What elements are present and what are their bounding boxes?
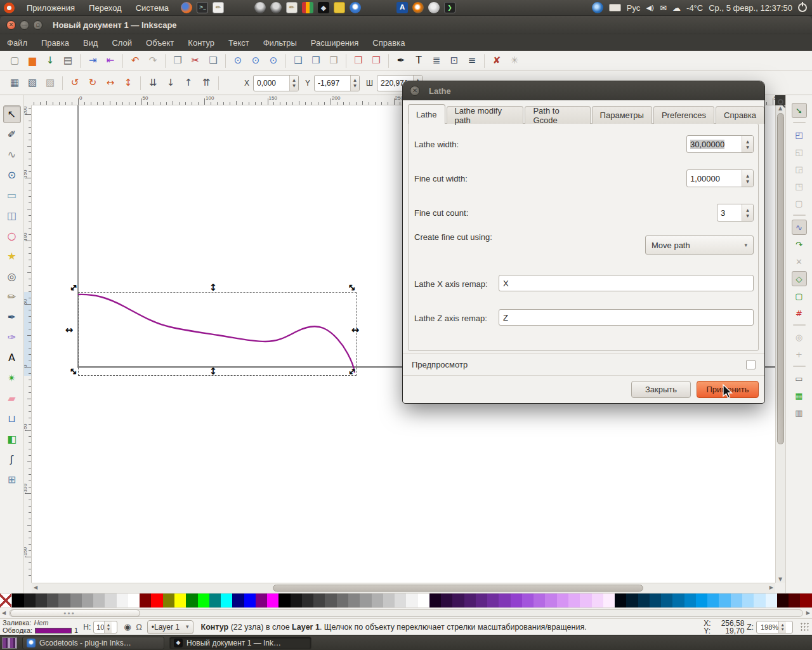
palette-swatch[interactable] [325, 594, 336, 607]
palette-swatch[interactable] [452, 594, 464, 607]
files-icon[interactable] [302, 2, 313, 13]
zoom-spinner[interactable]: ▲▼ [778, 621, 786, 633]
raise-to-top-button[interactable]: ⇈ [198, 75, 214, 91]
stroke-width-value[interactable]: 1 [74, 627, 78, 634]
snap-enable-button[interactable]: ➘ [792, 103, 807, 118]
palette-swatch[interactable] [372, 594, 383, 607]
stroke-color-swatch[interactable] [35, 628, 72, 633]
palette-swatch[interactable] [140, 594, 151, 607]
palette-swatch[interactable] [568, 594, 580, 607]
opacity-spinner[interactable]: ▲▼ [104, 621, 112, 633]
print-button[interactable]: ▤ [60, 53, 76, 69]
task-inkscape-document[interactable]: ◆ Новый документ 1 — Ink… [169, 637, 311, 649]
handle-n[interactable]: ↕ [208, 282, 218, 293]
palette-swatch[interactable] [719, 594, 730, 607]
palette-swatch[interactable] [348, 594, 360, 607]
preview-checkbox[interactable] [746, 360, 756, 369]
palette-swatch[interactable] [406, 594, 417, 607]
calligraphy-tool[interactable]: ✑ [3, 329, 21, 347]
ubuntu-logo-icon[interactable] [4, 3, 15, 13]
scroll-up-arrow[interactable]: ▲ [778, 106, 782, 111]
zoom-field[interactable]: 198% ▲▼ [756, 621, 793, 633]
scroll-down-arrow[interactable]: ▼ [778, 577, 782, 582]
snap-nodes-button[interactable]: ∿ [792, 220, 807, 235]
keyboard-layout-label[interactable]: Рус [627, 3, 641, 13]
window-titlebar[interactable]: ✕ — ▫ Новый документ 1 — Inkscape [0, 16, 812, 34]
lathe-x-remap-field[interactable]: X [499, 275, 754, 291]
fine-cut-width-spinner[interactable]: ▲▼ [742, 170, 753, 187]
tweak-tool[interactable]: ∿ [3, 146, 21, 164]
palette-swatch[interactable] [278, 594, 290, 607]
resize-grip[interactable] [801, 623, 809, 632]
horizontal-scrollbar-thumb[interactable] [273, 585, 643, 592]
new-document-button[interactable]: ▢ [6, 53, 23, 69]
palette-swatch[interactable] [777, 594, 789, 607]
scroll-left-arrow[interactable]: ◀ [34, 585, 37, 590]
fine-cut-count-field[interactable]: 3 ▲▼ [717, 204, 754, 222]
x-spinner[interactable]: ▲▼ [289, 76, 298, 91]
palette-swatch[interactable] [696, 594, 707, 607]
palette-swatch[interactable] [105, 594, 116, 607]
dialog-close-button[interactable]: ✕ [410, 86, 420, 96]
preferences-button[interactable]: ✘ [488, 53, 505, 69]
palette-swatch[interactable] [383, 594, 395, 607]
lathe-width-field[interactable]: 30,00000 ▲▼ [686, 135, 754, 153]
spray-tool[interactable]: ✴ [3, 369, 21, 387]
vertical-scrollbar-thumb[interactable] [777, 113, 784, 444]
palette-swatch[interactable] [684, 594, 696, 607]
snap-page-border-button[interactable]: ▭ [792, 371, 807, 386]
palette-swatch[interactable] [82, 594, 93, 607]
palette-swatch[interactable] [174, 594, 186, 607]
palette-scrollbar[interactable]: ◀ ●●● ▶ [0, 607, 812, 618]
palette-swatch[interactable] [117, 594, 128, 607]
tab-parameters[interactable]: Параметры [592, 106, 652, 124]
palette-swatch[interactable] [742, 594, 754, 607]
tab-preferences[interactable]: Preferences [653, 106, 714, 124]
handle-w[interactable]: ↔ [64, 325, 74, 335]
horizontal-scrollbar[interactable]: ◀ ▶ [32, 583, 775, 593]
xml-editor-button[interactable]: ⊡ [446, 53, 462, 69]
tab-lathe-modify-path[interactable]: Lathe modify path [447, 106, 524, 124]
palette-swatch[interactable] [232, 594, 244, 607]
menu-filters[interactable]: Фильтры [256, 34, 304, 51]
power-icon[interactable] [798, 3, 807, 12]
snap-object-centers-button[interactable]: ◎ [792, 329, 807, 345]
palette-scroll-right[interactable]: ▶ [806, 611, 810, 616]
palette-swatch[interactable] [313, 594, 325, 607]
tab-lathe[interactable]: Lathe [408, 104, 445, 124]
paste-button[interactable]: ❏ [205, 53, 221, 69]
snap-intersections-button[interactable]: ✕ [792, 254, 807, 269]
menu-view[interactable]: Вид [76, 34, 105, 51]
palette-swatch[interactable] [464, 594, 476, 607]
select-all-layers-button[interactable]: ▧ [24, 75, 41, 91]
shell-icon[interactable]: ❯ [444, 2, 455, 13]
text-dialog-button[interactable]: T [410, 53, 427, 69]
palette-scroll-left[interactable]: ◀ [2, 611, 6, 616]
fill-value[interactable]: Нет [34, 620, 48, 627]
palette-swatch[interactable] [429, 594, 441, 607]
palette-swatch[interactable] [360, 594, 371, 607]
unlink-clone-button[interactable]: ❒ [325, 53, 342, 69]
snap-bbox-button[interactable]: ◰ [792, 127, 807, 142]
palette-swatch[interactable] [638, 594, 650, 607]
palette-swatch[interactable] [58, 594, 70, 607]
dropper-tool[interactable]: ʃ [3, 451, 21, 468]
menu-places[interactable]: Переход [82, 0, 129, 16]
palette-swatch[interactable] [650, 594, 661, 607]
notes-icon[interactable]: ✏ [286, 2, 298, 13]
menu-extensions[interactable]: Расширения [304, 34, 366, 51]
vertical-ruler[interactable]: -150-100-50050100150200 [24, 105, 32, 583]
fine-cut-width-field[interactable]: 1,00000 ▲▼ [686, 169, 754, 187]
open-document-button[interactable]: ▆ [24, 53, 41, 69]
zoom-corner-icon[interactable] [778, 99, 783, 105]
palette-swatch[interactable] [24, 594, 36, 607]
palette-swatch[interactable] [592, 594, 603, 607]
paint-bucket-tool[interactable]: ⊔ [3, 410, 21, 428]
menu-path[interactable]: Контур [181, 34, 221, 51]
palette-swatch[interactable] [661, 594, 672, 607]
snap-bbox-midpoints-button[interactable]: ◳ [792, 178, 807, 194]
menu-object[interactable]: Объект [139, 34, 181, 51]
snap-bbox-edges-button[interactable]: ◱ [792, 144, 807, 159]
cut-button[interactable]: ✂ [187, 53, 204, 69]
palette-swatch[interactable] [128, 594, 140, 607]
